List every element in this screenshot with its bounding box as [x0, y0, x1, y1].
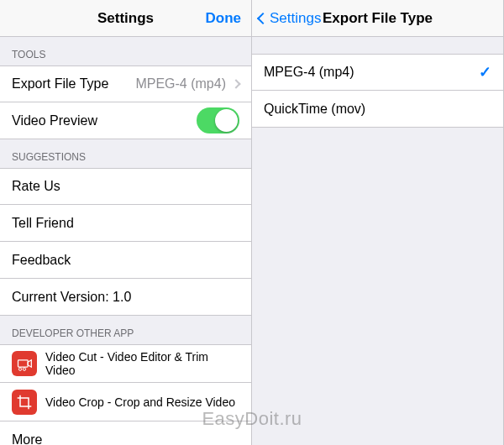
export-file-type-row[interactable]: Export File Type MPEG-4 (mp4)	[0, 65, 251, 102]
developer-header: DEVELOPER OTHER APP	[0, 316, 251, 344]
chevron-left-icon	[257, 12, 269, 24]
settings-title: Settings	[97, 10, 154, 27]
checkmark-icon: ✓	[479, 63, 491, 81]
rate-us-row[interactable]: Rate Us	[0, 168, 251, 205]
feedback-label: Feedback	[12, 253, 239, 268]
tell-label: Tell Friend	[12, 216, 239, 231]
done-button[interactable]: Done	[206, 10, 242, 27]
chevron-right-icon	[231, 79, 240, 88]
back-button[interactable]: Settings	[259, 10, 321, 27]
app-video-crop-row[interactable]: Video Crop - Crop and Resize Video	[0, 383, 251, 421]
tools-header: TOOLS	[0, 37, 251, 65]
export-navbar: Settings Export File Type	[252, 0, 503, 37]
svg-point-2	[23, 368, 25, 370]
app2-label: Video Crop - Crop and Resize Video	[45, 395, 239, 409]
suggestions-header: SUGGESTIONS	[0, 139, 251, 168]
mov-label: QuickTime (mov)	[264, 102, 491, 117]
option-mov-row[interactable]: QuickTime (mov)	[252, 91, 503, 128]
video-cut-icon	[12, 351, 37, 376]
feedback-row[interactable]: Feedback	[0, 242, 251, 279]
export-content: MPEG-4 (mp4) ✓ QuickTime (mov)	[252, 37, 503, 445]
export-title: Export File Type	[323, 10, 433, 27]
svg-point-1	[18, 368, 21, 370]
preview-label: Video Preview	[12, 113, 197, 128]
video-crop-icon	[12, 390, 37, 415]
more-label: More	[12, 432, 239, 446]
settings-content: TOOLS Export File Type MPEG-4 (mp4) Vide…	[0, 37, 251, 445]
export-type-pane: Settings Export File Type MPEG-4 (mp4) ✓…	[252, 0, 504, 445]
settings-pane: Settings Done TOOLS Export File Type MPE…	[0, 0, 252, 445]
app1-label: Video Cut - Video Editor & Trim Video	[45, 350, 239, 377]
video-preview-row: Video Preview	[0, 102, 251, 139]
rate-label: Rate Us	[12, 179, 239, 194]
tell-friend-row[interactable]: Tell Friend	[0, 205, 251, 242]
svg-rect-0	[18, 360, 29, 367]
export-value: MPEG-4 (mp4)	[135, 76, 226, 92]
spacer	[252, 37, 503, 54]
more-apps-row[interactable]: More	[0, 421, 251, 445]
settings-navbar: Settings Done	[0, 0, 251, 37]
video-preview-switch[interactable]	[197, 107, 239, 134]
version-row: Current Version: 1.0	[0, 279, 251, 316]
app-video-cut-row[interactable]: Video Cut - Video Editor & Trim Video	[0, 344, 251, 383]
option-mp4-row[interactable]: MPEG-4 (mp4) ✓	[252, 54, 503, 91]
back-label: Settings	[270, 10, 321, 27]
mp4-label: MPEG-4 (mp4)	[264, 65, 479, 80]
version-label: Current Version: 1.0	[12, 290, 239, 305]
export-label: Export File Type	[12, 76, 135, 92]
